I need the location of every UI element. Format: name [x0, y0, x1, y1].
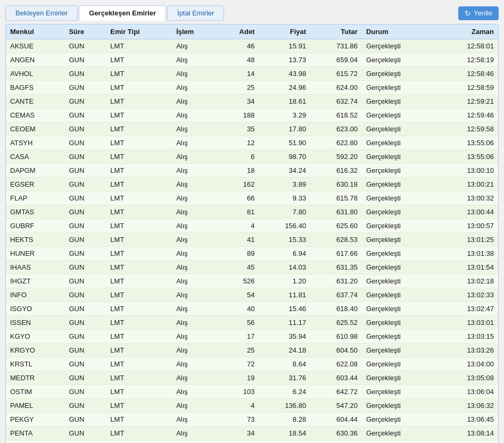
cell-25-3: Alış — [172, 385, 217, 399]
cell-20-3: Alış — [172, 316, 217, 330]
cell-19-4: 40 — [218, 302, 259, 316]
table-row[interactable]: ANGENGUNLMTAlış4813.73659.04Gerçekleşti1… — [6, 53, 498, 67]
cell-15-5: 6.94 — [259, 247, 310, 261]
cell-22-7: Gerçekleşti — [362, 344, 437, 357]
table-row[interactable]: ISSENGUNLMTAlış5611.17625.52Gerçekleşti1… — [6, 316, 498, 330]
table-row[interactable]: KRSTLGUNLMTAlış728.64622.08Gerçekleşti13… — [6, 357, 498, 371]
cell-21-7: Gerçekleşti — [362, 330, 437, 344]
cell-20-0: ISSEN — [6, 316, 64, 330]
cell-4-7: Gerçekleşti — [362, 95, 437, 108]
cell-21-0: KGYO — [6, 330, 64, 344]
table-row[interactable]: DAPGMGUNLMTAlış1834.24616.32Gerçekleşti1… — [6, 164, 498, 178]
table-row[interactable]: EGSERGUNLMTAlış1623.89630.18Gerçekleşti1… — [6, 178, 498, 191]
table-row[interactable]: BAGFSGUNLMTAlış2524.96624.00Gerçekleşti1… — [6, 81, 498, 95]
cell-6-3: Alış — [172, 122, 217, 136]
table-row[interactable]: CEOEMGUNLMTAlış3517.80623.00Gerçekleşti1… — [6, 122, 498, 136]
cell-10-0: EGSER — [6, 178, 64, 191]
top-bar: Bekleyen Emirler Gerçekleşen Emirler İpt… — [5, 5, 499, 21]
tab-gerceklesen[interactable]: Gerçekleşen Emirler — [79, 5, 166, 21]
cell-0-6: 731.86 — [310, 39, 362, 53]
table-row[interactable]: GMTASGUNLMTAlış817.80631.80Gerçekleşti13… — [6, 205, 498, 219]
table-row[interactable]: INFOGUNLMTAlış5411.81637.74Gerçekleşti13… — [6, 288, 498, 302]
cell-8-3: Alış — [172, 150, 217, 164]
cell-29-6: 621.34 — [310, 440, 362, 444]
cell-18-6: 637.74 — [310, 288, 362, 302]
cell-20-8: 13:03:01 — [436, 316, 498, 330]
cell-13-1: GUN — [64, 219, 106, 233]
cell-6-0: CEOEM — [6, 122, 64, 136]
cell-4-6: 632.74 — [310, 95, 362, 108]
table-row[interactable]: CANTEGUNLMTAlış3418.61632.74Gerçekleşti1… — [6, 95, 498, 108]
table-row[interactable]: PRDGSGUNLMTAlış946.61621.34Gerçekleşti13… — [6, 440, 498, 444]
cell-7-5: 51.90 — [259, 136, 310, 150]
table-row[interactable]: CEMASGUNLMTAlış1883.29618.52Gerçekleşti1… — [6, 108, 498, 122]
table-row[interactable]: PEKGYGUNLMTAlış738.28604.44Gerçekleşti13… — [6, 413, 498, 427]
cell-28-4: 34 — [218, 427, 259, 440]
cell-21-4: 17 — [218, 330, 259, 344]
cell-1-3: Alış — [172, 53, 217, 67]
table-row[interactable]: HUNERGUNLMTAlış896.94617.66Gerçekleşti13… — [6, 247, 498, 261]
table-row[interactable]: IHAASGUNLMTAlış4514.03631.35Gerçekleşti1… — [6, 261, 498, 274]
table-row[interactable]: PAMELGUNLMTAlış4136.80547.20Gerçekleşti1… — [6, 399, 498, 413]
cell-27-0: PEKGY — [6, 413, 64, 427]
tab-iptal[interactable]: İptal Emirler — [167, 5, 224, 21]
cell-10-3: Alış — [172, 178, 217, 191]
cell-18-0: INFO — [6, 288, 64, 302]
cell-27-8: 13:06:45 — [436, 413, 498, 427]
cell-21-1: GUN — [64, 330, 106, 344]
cell-14-7: Gerçekleşti — [362, 233, 437, 247]
col-islem: İşlem — [172, 24, 217, 39]
cell-1-7: Gerçekleşti — [362, 53, 437, 67]
table-row[interactable]: ISGYOGUNLMTAlış4015.46618.40Gerçekleşti1… — [6, 302, 498, 316]
table-row[interactable]: KRGYOGUNLMTAlış2524.18604.50Gerçekleşti1… — [6, 344, 498, 357]
cell-1-8: 12:58:19 — [436, 53, 498, 67]
table-row[interactable]: KGYOGUNLMTAlış1735.94610.98Gerçekleşti13… — [6, 330, 498, 344]
table-row[interactable]: AVHOLGUNLMTAlış1443.98615.72Gerçekleşti1… — [6, 67, 498, 81]
table-row[interactable]: ATSYHGUNLMTAlış1251.90622.80Gerçekleşti1… — [6, 136, 498, 150]
cell-23-7: Gerçekleşti — [362, 357, 437, 371]
cell-5-5: 3.29 — [259, 108, 310, 122]
cell-10-2: LMT — [106, 178, 172, 191]
cell-14-4: 41 — [218, 233, 259, 247]
cell-14-1: GUN — [64, 233, 106, 247]
cell-24-8: 13:05:08 — [436, 371, 498, 385]
cell-0-3: Alış — [172, 39, 217, 53]
table-row[interactable]: GUBRFGUNLMTAlış4156.40625.60Gerçekleşti1… — [6, 219, 498, 233]
cell-28-6: 630.36 — [310, 427, 362, 440]
col-durum: Durum — [362, 24, 437, 39]
table-row[interactable]: HEKTSGUNLMTAlış4115.33628.53Gerçekleşti1… — [6, 233, 498, 247]
cell-20-4: 56 — [218, 316, 259, 330]
cell-25-4: 103 — [218, 385, 259, 399]
cell-14-3: Alış — [172, 233, 217, 247]
cell-15-8: 13:01:38 — [436, 247, 498, 261]
cell-29-1: GUN — [64, 440, 106, 444]
cell-6-1: GUN — [64, 122, 106, 136]
cell-24-5: 31.76 — [259, 371, 310, 385]
tab-bekleyen[interactable]: Bekleyen Emirler — [5, 5, 78, 21]
table-row[interactable]: IHGZTGUNLMTAlış5261.20631.20Gerçekleşti1… — [6, 274, 498, 288]
cell-18-2: LMT — [106, 288, 172, 302]
cell-15-3: Alış — [172, 247, 217, 261]
cell-18-1: GUN — [64, 288, 106, 302]
cell-23-1: GUN — [64, 357, 106, 371]
cell-21-6: 610.98 — [310, 330, 362, 344]
table-row[interactable]: MEDTRGUNLMTAlış1931.76603.44Gerçekleşti1… — [6, 371, 498, 385]
cell-9-5: 34.24 — [259, 164, 310, 178]
cell-3-3: Alış — [172, 81, 217, 95]
table-row[interactable]: OSTIMGUNLMTAlış1036.24642.72Gerçekleşti1… — [6, 385, 498, 399]
cell-19-7: Gerçekleşti — [362, 302, 437, 316]
cell-10-6: 630.18 — [310, 178, 362, 191]
table-row[interactable]: PENTAGUNLMTAlış3418.54630.36Gerçekleşti1… — [6, 427, 498, 440]
cell-4-0: CANTE — [6, 95, 64, 108]
cell-16-6: 631.35 — [310, 261, 362, 274]
refresh-button[interactable]: Yenile — [458, 6, 499, 20]
cell-7-8: 13:55:06 — [436, 136, 498, 150]
cell-2-7: Gerçekleşti — [362, 67, 437, 81]
cell-21-3: Alış — [172, 330, 217, 344]
table-row[interactable]: CASAGUNLMTAlış698.70592.20Gerçekleşti13:… — [6, 150, 498, 164]
cell-13-8: 13:00:57 — [436, 219, 498, 233]
table-row[interactable]: FLAPGUNLMTAlış669.33615.78Gerçekleşti13:… — [6, 191, 498, 205]
cell-5-8: 12:59:46 — [436, 108, 498, 122]
cell-1-4: 48 — [218, 53, 259, 67]
table-row[interactable]: AKSUEGUNLMTAlış4615.91731.86Gerçekleşti1… — [6, 39, 498, 53]
